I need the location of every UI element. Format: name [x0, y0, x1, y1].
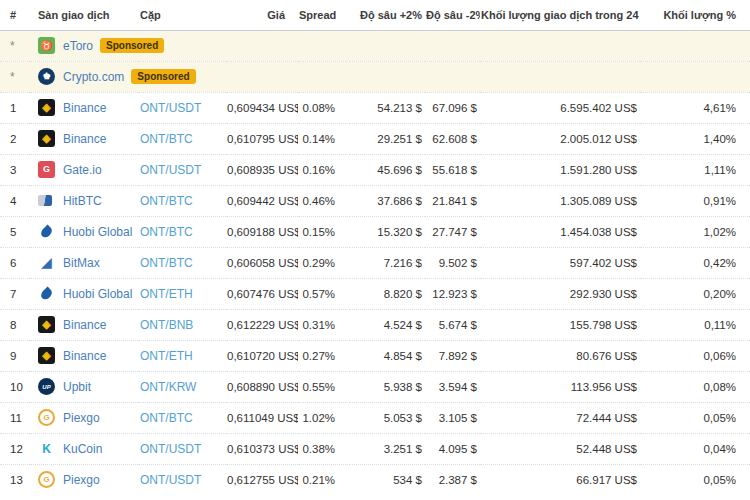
col-header-volume_pct[interactable]: Khối lượng % — [640, 0, 750, 30]
rank-cell: 12 — [0, 433, 30, 464]
volume-pct-cell: 0,06% — [640, 340, 750, 371]
exchange-wrap: ♉eToroSponsored — [38, 37, 749, 54]
exchange-wrap: ◢BitMax — [38, 254, 137, 271]
pair-link[interactable]: ONT/BTC — [140, 256, 193, 270]
spread-cell: 0.31% — [298, 309, 350, 340]
exchange-link[interactable]: Upbit — [63, 380, 91, 394]
table-row: 13GPiexgoONT/USDT0,612755 US$0.21%534 $2… — [0, 464, 750, 495]
exchange-wrap: ◈Binance — [38, 347, 137, 364]
col-header-spread[interactable]: Spread — [298, 0, 350, 30]
price-cell: 0,610373 US$ — [226, 433, 298, 464]
sponsored-badge: Sponsored — [100, 38, 164, 53]
pair-cell: ONT/BTC — [138, 216, 226, 247]
exchange-link[interactable]: HitBTC — [63, 194, 102, 208]
exchange-link[interactable]: Binance — [63, 318, 106, 332]
volume-pct-cell: 4,61% — [640, 92, 750, 123]
volume-cell: 2.005.012 US$ — [480, 123, 640, 154]
depth-plus-cell: 8.820 $ — [350, 278, 425, 309]
star-rank: * — [10, 39, 15, 53]
depth-plus-cell: 54.213 $ — [350, 92, 425, 123]
volume-cell: 597.402 US$ — [480, 247, 640, 278]
exchange-link[interactable]: KuCoin — [63, 442, 102, 456]
depth-minus-cell: 67.096 $ — [425, 92, 480, 123]
col-header-volume[interactable]: Khối lượng giao dịch trong 24 giờ — [480, 0, 640, 30]
exchange-link[interactable]: Huobi Global — [63, 287, 132, 301]
exchange-link[interactable]: Piexgo — [63, 411, 100, 425]
price-cell: 0,609188 US$ — [226, 216, 298, 247]
spread-cell: 0.29% — [298, 247, 350, 278]
exchange-link[interactable]: BitMax — [63, 256, 100, 270]
exchange-wrap: GGate.io — [38, 161, 137, 178]
rank-cell: 3 — [0, 154, 30, 185]
pair-link[interactable]: ONT/USDT — [140, 163, 201, 177]
pair-link[interactable]: ONT/BTC — [140, 411, 193, 425]
pair-link[interactable]: ONT/KRW — [140, 380, 196, 394]
depth-minus-cell: 7.892 $ — [425, 340, 480, 371]
table-row: 1◈BinanceONT/USDT0,609434 US$0.08%54.213… — [0, 92, 750, 123]
spread-cell: 0.14% — [298, 123, 350, 154]
volume-pct-cell: 0,20% — [640, 278, 750, 309]
pair-link[interactable]: ONT/USDT — [140, 442, 201, 456]
depth-minus-cell: 27.747 $ — [425, 216, 480, 247]
exchange-pairs-table: #Sàn giao dịchCặpGiáSpreadĐộ sâu +2%Độ s… — [0, 0, 750, 495]
exchange-cell: UPUpbit — [30, 371, 138, 402]
exchange-cell: KKuCoin — [30, 433, 138, 464]
rank-cell: 9 — [0, 340, 30, 371]
col-header-rank[interactable]: # — [0, 0, 30, 30]
col-header-exchange[interactable]: Sàn giao dịch — [30, 0, 138, 30]
exchange-link[interactable]: Piexgo — [63, 473, 100, 487]
pair-link[interactable]: ONT/ETH — [140, 349, 193, 363]
pair-link[interactable]: ONT/ETH — [140, 287, 193, 301]
rank-cell: 2 — [0, 123, 30, 154]
pair-cell: ONT/USDT — [138, 464, 226, 495]
exchange-cell: ◢BitMax — [30, 247, 138, 278]
depth-minus-cell: 12.923 $ — [425, 278, 480, 309]
depth-plus-cell: 5.938 $ — [350, 371, 425, 402]
depth-minus-cell: 5.674 $ — [425, 309, 480, 340]
col-header-depth_plus[interactable]: Độ sâu +2% — [350, 0, 425, 30]
pair-cell: ONT/USDT — [138, 92, 226, 123]
pair-link[interactable]: ONT/USDT — [140, 101, 201, 115]
exchange-cell: Huobi Global — [30, 216, 138, 247]
pair-link[interactable]: ONT/USDT — [140, 473, 201, 487]
pair-cell: ONT/BTC — [138, 247, 226, 278]
volume-pct-cell: 1,40% — [640, 123, 750, 154]
volume-cell: 1.454.038 US$ — [480, 216, 640, 247]
exchange-link[interactable]: Huobi Global — [63, 225, 132, 239]
flame-shape — [39, 224, 54, 239]
pair-link[interactable]: ONT/BTC — [140, 194, 193, 208]
rank-cell: 10 — [0, 371, 30, 402]
pair-cell: ONT/BTC — [138, 185, 226, 216]
exchange-link[interactable]: Binance — [63, 132, 106, 146]
rank-cell: 1 — [0, 92, 30, 123]
volume-cell: 113.956 US$ — [480, 371, 640, 402]
rank-cell: * — [0, 61, 30, 92]
col-header-pair[interactable]: Cặp — [138, 0, 226, 30]
depth-plus-cell: 37.686 $ — [350, 185, 425, 216]
cryptocom-icon: ♚ — [38, 68, 55, 85]
volume-cell: 292.930 US$ — [480, 278, 640, 309]
rank-cell: 5 — [0, 216, 30, 247]
col-header-price[interactable]: Giá — [226, 0, 298, 30]
pair-cell: ONT/ETH — [138, 278, 226, 309]
price-cell: 0,612229 US$ — [226, 309, 298, 340]
exchange-link[interactable]: Gate.io — [63, 163, 102, 177]
pair-link[interactable]: ONT/BTC — [140, 132, 193, 146]
volume-cell: 155.798 US$ — [480, 309, 640, 340]
volume-pct-cell: 0,05% — [640, 402, 750, 433]
exchange-link[interactable]: Binance — [63, 349, 106, 363]
exchange-cell: GPiexgo — [30, 464, 138, 495]
exchange-link[interactable]: Binance — [63, 101, 106, 115]
sponsored-row: *♉eToroSponsored — [0, 30, 750, 61]
pair-link[interactable]: ONT/BTC — [140, 225, 193, 239]
volume-cell: 66.917 US$ — [480, 464, 640, 495]
exchange-link[interactable]: Crypto.com — [63, 70, 124, 84]
table-row: 8◈BinanceONT/BNB0,612229 US$0.31%4.524 $… — [0, 309, 750, 340]
col-header-depth_minus[interactable]: Độ sâu -2% — [425, 0, 480, 30]
table-row: 5Huobi GlobalONT/BTC0,609188 US$0.15%15.… — [0, 216, 750, 247]
exchange-link[interactable]: eToro — [63, 39, 93, 53]
huobi-icon — [38, 285, 55, 302]
pair-link[interactable]: ONT/BNB — [140, 318, 193, 332]
spread-cell: 0.15% — [298, 216, 350, 247]
pair-cell: ONT/KRW — [138, 371, 226, 402]
